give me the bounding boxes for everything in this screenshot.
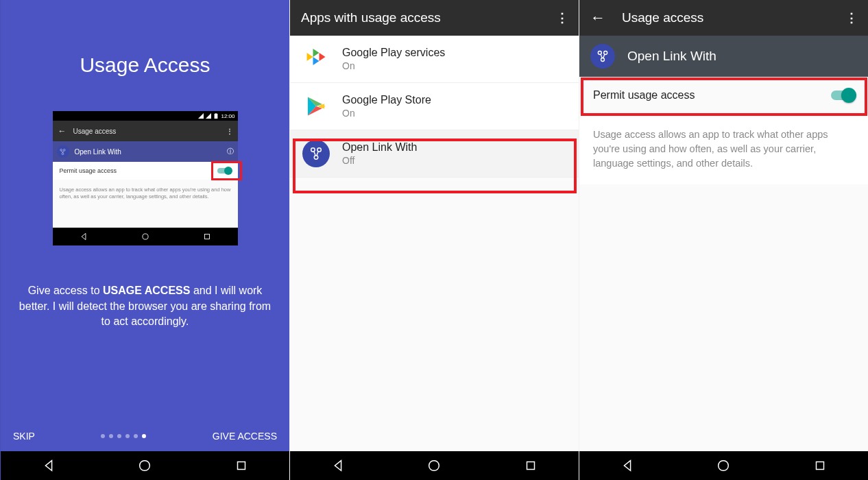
svg-point-5 bbox=[142, 234, 147, 239]
permit-label: Permit usage access bbox=[593, 89, 695, 101]
page-title: Usage Access bbox=[1, 53, 289, 77]
svg-rect-6 bbox=[204, 235, 209, 239]
status-time: 12:00 bbox=[221, 113, 234, 119]
mock-toggle bbox=[217, 168, 231, 173]
list-item[interactable]: Google Play services On bbox=[290, 36, 579, 83]
app-name: Google Play services bbox=[342, 47, 445, 59]
appbar-title: Usage access bbox=[622, 10, 845, 25]
app-status: On bbox=[342, 60, 445, 71]
dot bbox=[109, 434, 113, 438]
nav-back-icon[interactable] bbox=[620, 458, 635, 473]
svg-rect-1 bbox=[216, 113, 217, 114]
dot-active bbox=[142, 434, 146, 438]
mock-appbar: ← Usage access ⋮ bbox=[53, 121, 238, 141]
svg-point-4 bbox=[62, 152, 64, 154]
svg-rect-8 bbox=[237, 462, 245, 470]
appbar: ← Usage access ⋮ bbox=[579, 0, 868, 36]
list-item[interactable]: Google Play Store On bbox=[290, 83, 579, 130]
system-navbar bbox=[1, 451, 289, 480]
svg-point-21 bbox=[601, 58, 605, 62]
nav-recent-icon[interactable] bbox=[234, 458, 249, 473]
back-icon: ← bbox=[58, 126, 67, 136]
play-store-icon bbox=[302, 93, 330, 120]
mock-permit-label: Permit usage access bbox=[60, 167, 117, 174]
back-button[interactable]: ← bbox=[590, 9, 605, 27]
app-header: Open Link With bbox=[579, 36, 868, 77]
mock-navbar bbox=[53, 228, 238, 245]
svg-rect-23 bbox=[816, 462, 823, 470]
nav-recent-icon[interactable] bbox=[523, 458, 538, 473]
dot bbox=[125, 434, 130, 438]
description-text: Usage access allows an app to track what… bbox=[579, 114, 868, 184]
svg-point-22 bbox=[719, 461, 729, 471]
status-bar: 12:00 bbox=[53, 111, 238, 121]
dot bbox=[117, 434, 121, 438]
nav-back-icon[interactable] bbox=[330, 458, 346, 473]
empty-space bbox=[290, 178, 579, 451]
nav-home-icon[interactable] bbox=[137, 458, 152, 473]
overflow-menu-icon[interactable]: ⋮ bbox=[556, 10, 568, 25]
info-icon: ⓘ bbox=[227, 147, 234, 156]
dot bbox=[134, 434, 138, 438]
apps-list: Google Play services On Google Play Stor… bbox=[290, 36, 579, 178]
app-status: On bbox=[342, 108, 431, 119]
nav-back-icon[interactable] bbox=[41, 458, 56, 473]
battery-icon bbox=[213, 113, 219, 119]
skip-button[interactable]: SKIP bbox=[13, 431, 35, 442]
mock-app-header: Open Link With ⓘ bbox=[53, 141, 238, 162]
nav-recent-icon[interactable] bbox=[812, 458, 828, 473]
svg-point-14 bbox=[311, 148, 315, 152]
overflow-menu-icon: ⋮ bbox=[226, 128, 232, 135]
page-indicator bbox=[101, 434, 146, 438]
play-services-icon bbox=[302, 45, 330, 73]
overflow-menu-icon[interactable]: ⋮ bbox=[845, 10, 857, 25]
usage-access-detail-panel: ← Usage access ⋮ Open Link With Permit u… bbox=[579, 0, 868, 480]
svg-point-3 bbox=[63, 149, 65, 151]
open-link-with-icon bbox=[57, 145, 69, 158]
svg-rect-18 bbox=[527, 462, 534, 470]
permit-usage-access-row[interactable]: Permit usage access bbox=[579, 77, 868, 114]
svg-point-19 bbox=[598, 51, 601, 55]
mock-permit-row: Permit usage access bbox=[53, 162, 238, 180]
app-name: Open Link With bbox=[627, 49, 716, 64]
mock-content: Permit usage access Usage access allows … bbox=[53, 162, 238, 228]
onboarding-panel: Usage Access 12:00 ← Usage access ⋮ Open… bbox=[0, 0, 289, 480]
list-item-open-link-with[interactable]: Open Link With Off bbox=[290, 130, 579, 178]
signal-icon bbox=[198, 113, 204, 119]
open-link-with-icon bbox=[302, 140, 330, 167]
app-name: Google Play Store bbox=[342, 94, 431, 106]
svg-point-16 bbox=[314, 156, 318, 160]
app-name: Open Link With bbox=[342, 141, 417, 154]
permit-toggle[interactable] bbox=[831, 91, 854, 100]
mock-title: Usage access bbox=[73, 128, 226, 135]
signal-icon bbox=[206, 113, 211, 119]
appbar-title: Apps with usage access bbox=[301, 10, 556, 25]
nav-home-icon bbox=[141, 232, 150, 241]
system-navbar bbox=[579, 451, 868, 480]
appbar: Apps with usage access ⋮ bbox=[290, 0, 579, 36]
nav-back-icon bbox=[79, 232, 88, 241]
open-link-with-icon bbox=[590, 44, 615, 69]
svg-point-15 bbox=[317, 148, 322, 152]
svg-point-17 bbox=[429, 461, 439, 471]
svg-point-7 bbox=[140, 461, 150, 471]
empty-space bbox=[579, 184, 868, 451]
nav-home-icon[interactable] bbox=[716, 458, 731, 473]
caption-bold: USAGE ACCESS bbox=[103, 285, 190, 296]
system-navbar bbox=[290, 451, 579, 480]
apps-list-panel: Apps with usage access ⋮ Google Play ser… bbox=[289, 0, 579, 480]
nav-home-icon[interactable] bbox=[426, 458, 442, 473]
nav-recent-icon bbox=[202, 232, 212, 241]
mock-desc: Usage access allows an app to track what… bbox=[53, 180, 238, 228]
svg-point-20 bbox=[604, 51, 607, 55]
caption-pre: Give access to bbox=[28, 285, 103, 296]
mock-app-name: Open Link With bbox=[75, 148, 121, 156]
dot bbox=[101, 434, 105, 438]
app-status: Off bbox=[342, 155, 417, 166]
onboarding-footer: SKIP GIVE ACCESS bbox=[1, 421, 289, 451]
give-access-button[interactable]: GIVE ACCESS bbox=[213, 431, 277, 442]
svg-point-2 bbox=[60, 149, 62, 151]
phone-mockup: 12:00 ← Usage access ⋮ Open Link With ⓘ … bbox=[53, 111, 238, 245]
svg-rect-0 bbox=[215, 114, 218, 119]
onboarding-caption: Give access to USAGE ACCESS and I will w… bbox=[1, 283, 289, 329]
